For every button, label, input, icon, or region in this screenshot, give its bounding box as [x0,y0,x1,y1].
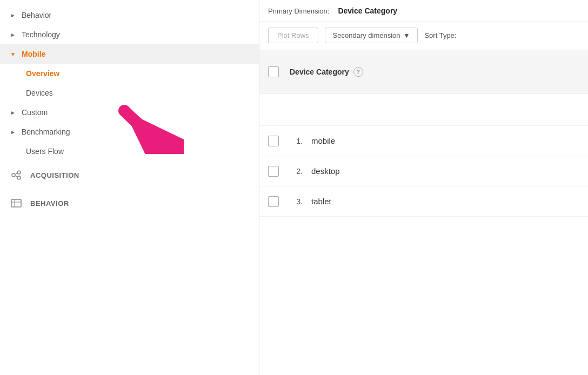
sidebar-item-label: Custom [22,108,48,117]
primary-dimension-label: Primary Dimension: [268,7,329,15]
table-row: 3. tablet [259,186,588,217]
secondary-dimension-label: Secondary dimension [333,31,400,39]
sidebar-item-devices[interactable]: Devices [0,83,259,103]
empty-row [259,93,588,126]
chevron-right-icon: ► [9,30,17,39]
sidebar-item-technology[interactable]: ► Technology [0,25,259,44]
chevron-right-icon: ► [9,108,17,117]
sidebar-section-label: BEHAVIOR [30,199,69,207]
sidebar-section-label: ACQUISITION [30,171,79,179]
behavior-icon [9,196,24,211]
sidebar: ► Behavior ► Technology ▼ Mobile Overvie… [0,0,259,375]
sidebar-item-behavior[interactable]: ► Behavior [0,5,259,25]
row-checkbox[interactable] [268,196,279,207]
chevron-right-icon: ► [9,11,17,19]
table-header-title: Device Category ? [290,67,363,77]
sidebar-item-label: Behavior [22,11,51,19]
row-value: tablet [311,197,331,206]
sidebar-item-label: Benchmarking [22,128,70,136]
row-number: 1. [290,137,303,145]
column-header-label: Device Category [290,68,349,76]
primary-dimension-value: Device Category [338,6,397,15]
table-container: Device Category ? 1. mobile 2. desktop 3… [259,50,588,375]
secondary-dimension-button[interactable]: Secondary dimension ▼ [325,28,418,43]
sidebar-section-acquisition[interactable]: ACQUISITION [0,161,259,189]
sidebar-item-label: Technology [22,30,60,39]
row-checkbox[interactable] [268,166,279,177]
primary-dimension-toolbar: Primary Dimension: Device Category [259,0,588,22]
svg-point-1 [17,171,21,174]
sidebar-section-behavior[interactable]: BEHAVIOR [0,189,259,217]
sidebar-item-label: Users Flow [26,147,64,156]
row-number: 2. [290,167,303,176]
row-number: 3. [290,197,303,206]
table-header: Device Category ? [259,50,588,93]
table-row: 2. desktop [259,156,588,186]
sidebar-item-users-flow[interactable]: Users Flow [0,142,259,161]
sort-type-label: Sort Type: [424,31,456,39]
sidebar-item-benchmarking[interactable]: ► Benchmarking [0,122,259,142]
chevron-down-icon: ▼ [9,50,17,58]
plot-rows-button[interactable]: Plot Rows [268,28,318,43]
sidebar-item-overview[interactable]: Overview [0,64,259,83]
sidebar-item-mobile[interactable]: ▼ Mobile [0,44,259,64]
acquisition-icon [9,168,24,183]
svg-point-0 [12,173,15,177]
sidebar-item-label: Devices [26,89,53,97]
toolbar-actions: Plot Rows Secondary dimension ▼ Sort Typ… [259,28,588,50]
row-checkbox[interactable] [268,136,279,146]
table-row: 1. mobile [259,126,588,156]
main-content: Primary Dimension: Device Category Plot … [259,0,588,375]
row-value: mobile [311,136,335,145]
help-icon[interactable]: ? [353,67,363,77]
chevron-down-icon: ▼ [404,32,410,39]
header-checkbox[interactable] [268,66,279,77]
svg-line-3 [15,173,17,175]
svg-point-2 [17,176,21,179]
svg-rect-5 [11,199,21,207]
chevron-right-icon: ► [9,128,17,136]
row-value: desktop [311,166,340,176]
sidebar-item-label: Mobile [22,50,45,58]
svg-line-4 [15,176,17,177]
sidebar-item-custom[interactable]: ► Custom [0,103,259,122]
sidebar-item-label: Overview [26,69,59,78]
